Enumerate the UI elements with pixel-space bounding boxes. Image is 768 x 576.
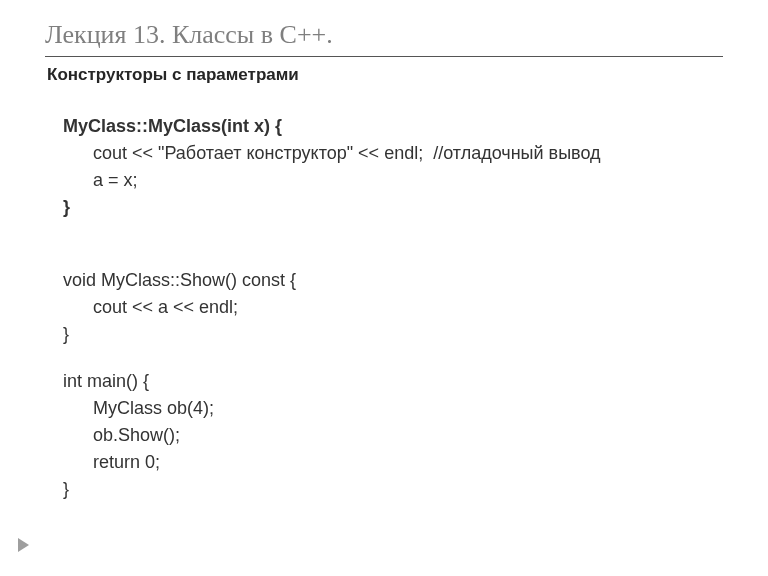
code-line: int main() {	[63, 368, 723, 395]
code-line: a = x;	[63, 167, 723, 194]
page-title: Лекция 13. Классы в С++.	[45, 20, 723, 57]
spacer	[63, 247, 723, 267]
spacer	[63, 221, 723, 247]
code-block: MyClass::MyClass(int x) { cout << "Работ…	[63, 113, 723, 503]
slide-marker-icon	[18, 538, 29, 552]
spacer	[63, 348, 723, 368]
code-line: }	[63, 321, 723, 348]
code-line: return 0;	[63, 449, 723, 476]
code-line: }	[63, 194, 723, 221]
code-line: }	[63, 476, 723, 503]
code-line: ob.Show();	[63, 422, 723, 449]
page-subtitle: Конструкторы с параметрами	[47, 65, 723, 85]
code-line: void MyClass::Show() const {	[63, 267, 723, 294]
code-line: MyClass ob(4);	[63, 395, 723, 422]
code-line: MyClass::MyClass(int x) {	[63, 113, 723, 140]
code-line: cout << "Работает конструктор" << endl; …	[63, 140, 723, 167]
code-line: cout << a << endl;	[63, 294, 723, 321]
slide-content: Лекция 13. Классы в С++. Конструкторы с …	[0, 0, 768, 523]
